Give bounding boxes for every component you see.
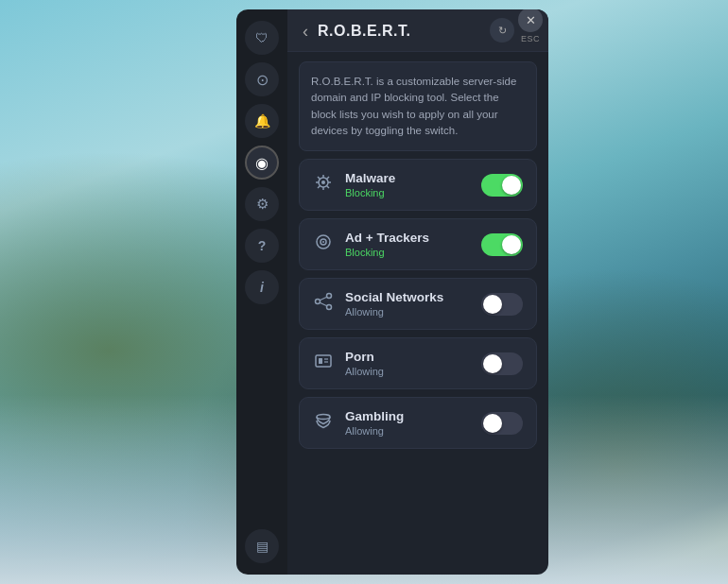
ad-trackers-toggle-knob xyxy=(502,235,521,254)
porn-text: Porn Allowing xyxy=(345,350,470,377)
ad-trackers-toggle[interactable] xyxy=(481,233,523,256)
description-text: R.O.B.E.R.T. is a customizable server-si… xyxy=(311,76,516,136)
info-icon: i xyxy=(260,280,264,295)
alert-icon: 🔔 xyxy=(254,113,270,129)
malware-toggle[interactable] xyxy=(481,174,523,197)
sidebar-item-info[interactable]: i xyxy=(245,270,279,304)
sidebar-item-shield[interactable] xyxy=(245,21,279,55)
svg-point-13 xyxy=(316,300,321,304)
log-icon: ▤ xyxy=(256,539,269,554)
svg-line-6 xyxy=(327,186,330,189)
social-networks-name: Social Networks xyxy=(345,290,470,304)
panel-container: ⊙ 🔔 ◉ ⚙ ? i ▤ ‹ R.O.B.E.R.T. ↻ xyxy=(236,9,548,575)
close-icon: ✕ xyxy=(526,13,536,27)
main-panel: ‹ R.O.B.E.R.T. ↻ ✕ ESC R.O.B.E.R.T. is a… xyxy=(287,9,548,575)
svg-point-14 xyxy=(327,294,332,299)
sidebar-item-robert[interactable]: ◉ xyxy=(245,146,279,180)
panel-header: ‹ R.O.B.E.R.T. ↻ ✕ ESC xyxy=(287,9,548,52)
refresh-button[interactable]: ↻ xyxy=(490,18,514,43)
gambling-toggle-knob xyxy=(483,414,502,433)
svg-line-7 xyxy=(327,177,330,180)
social-networks-status: Allowing xyxy=(345,306,470,318)
description-box: R.O.B.E.R.T. is a customizable server-si… xyxy=(299,61,537,151)
toggle-row-ad-trackers: Ad + Trackers Blocking xyxy=(299,218,537,270)
help-icon: ? xyxy=(258,238,267,253)
toggle-row-malware: Malware Blocking xyxy=(299,159,537,211)
svg-point-22 xyxy=(317,415,330,420)
malware-toggle-knob xyxy=(502,176,521,195)
close-btn-area: ✕ ESC xyxy=(518,9,543,43)
refresh-icon: ↻ xyxy=(498,25,507,37)
gambling-status: Allowing xyxy=(345,425,470,437)
porn-toggle-knob xyxy=(483,354,502,373)
malware-text: Malware Blocking xyxy=(345,171,470,198)
gambling-toggle[interactable] xyxy=(481,412,523,435)
toggle-row-gambling: Gambling Allowing xyxy=(299,397,537,449)
social-networks-icon xyxy=(313,292,334,316)
porn-status: Allowing xyxy=(345,366,470,377)
svg-line-16 xyxy=(320,297,327,301)
svg-point-15 xyxy=(327,305,332,310)
sidebar: ⊙ 🔔 ◉ ⚙ ? i ▤ xyxy=(236,9,287,575)
ad-trackers-icon xyxy=(313,232,334,256)
header-right-icons: ↻ xyxy=(490,18,514,43)
ad-trackers-name: Ad + Trackers xyxy=(345,231,470,245)
social-networks-text: Social Networks Allowing xyxy=(345,290,470,318)
panel-content[interactable]: R.O.B.E.R.T. is a customizable server-si… xyxy=(287,52,548,575)
close-button[interactable]: ✕ xyxy=(518,9,543,32)
sidebar-item-help[interactable]: ? xyxy=(245,229,279,263)
panel-title: R.O.B.E.R.T. xyxy=(318,23,410,40)
sidebar-item-alert[interactable]: 🔔 xyxy=(245,104,279,138)
sidebar-item-person[interactable]: ⊙ xyxy=(245,62,279,96)
svg-line-8 xyxy=(318,186,321,189)
svg-line-5 xyxy=(318,177,321,180)
toggle-row-porn: Porn Allowing xyxy=(299,337,537,389)
malware-icon xyxy=(313,173,334,197)
back-button[interactable]: ‹ xyxy=(303,23,308,40)
porn-toggle[interactable] xyxy=(481,352,523,375)
sidebar-item-gear[interactable]: ⚙ xyxy=(245,187,279,221)
gear-icon: ⚙ xyxy=(256,196,269,213)
porn-name: Porn xyxy=(345,350,470,364)
svg-rect-19 xyxy=(319,358,322,364)
person-icon: ⊙ xyxy=(256,71,269,89)
svg-line-17 xyxy=(320,302,327,306)
robert-icon: ◉ xyxy=(255,154,269,172)
social-networks-toggle-knob xyxy=(483,295,502,314)
social-networks-toggle[interactable] xyxy=(481,293,523,316)
svg-point-9 xyxy=(321,180,325,184)
esc-label: ESC xyxy=(521,34,540,43)
ad-trackers-status: Blocking xyxy=(345,247,470,258)
sidebar-item-log[interactable]: ▤ xyxy=(245,529,279,563)
gambling-name: Gambling xyxy=(345,409,470,423)
toggle-row-social-networks: Social Networks Allowing xyxy=(299,278,537,330)
shield-icon xyxy=(255,30,269,45)
gambling-icon xyxy=(313,411,334,435)
ad-trackers-text: Ad + Trackers Blocking xyxy=(345,231,470,258)
malware-status: Blocking xyxy=(345,187,470,198)
porn-icon xyxy=(313,352,334,375)
svg-point-12 xyxy=(322,241,324,243)
svg-rect-18 xyxy=(316,355,331,367)
malware-name: Malware xyxy=(345,171,470,185)
gambling-text: Gambling Allowing xyxy=(345,409,470,437)
